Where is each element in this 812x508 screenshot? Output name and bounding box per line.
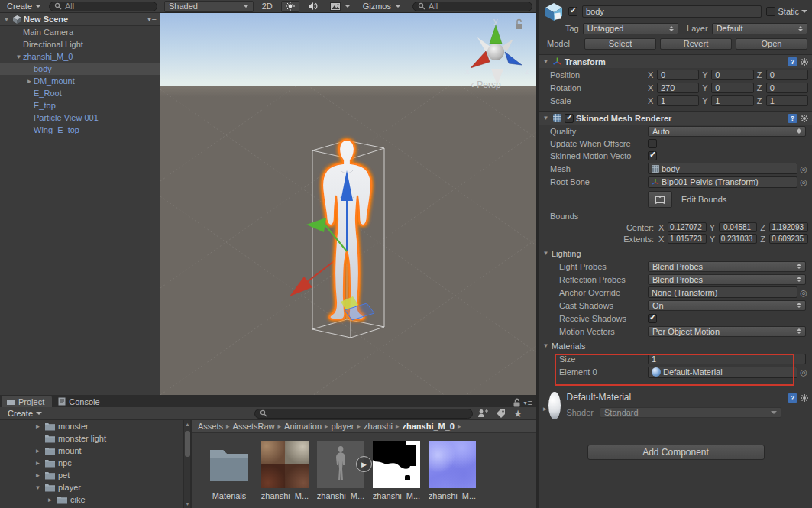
edit-bounds-button[interactable] — [648, 191, 672, 208]
receive-shadows-checkbox[interactable] — [648, 314, 657, 323]
folder-mount[interactable]: mount — [0, 445, 183, 457]
hierarchy-search-input[interactable]: All — [49, 2, 157, 11]
fold-open-icon[interactable] — [542, 250, 550, 257]
static-checkbox[interactable] — [766, 7, 775, 16]
lock-icon[interactable] — [513, 398, 521, 407]
breadcrumb-zhanshi-m-0[interactable]: zhanshi_M_0 — [403, 422, 455, 431]
hierarchy-item-zhanshi-m-0[interactable]: zhanshi_M_0 — [0, 50, 160, 63]
2d-toggle-button[interactable]: 2D — [258, 1, 277, 12]
scene-lighting-toggle[interactable] — [281, 1, 299, 12]
skinned-motion-vectors-checkbox[interactable] — [648, 151, 657, 160]
asset-materials-folder[interactable]: Materials — [202, 441, 256, 500]
material-preview-header[interactable]: Default-Material Shader Standard — [539, 387, 812, 422]
folder-cike[interactable]: cike — [0, 493, 183, 506]
object-picker-icon[interactable] — [799, 367, 808, 377]
rotation-y-field[interactable]: 0 — [711, 83, 753, 93]
skinned-mesh-renderer-header[interactable]: Skinned Mesh Renderer — [539, 111, 812, 125]
mesh-object-field[interactable]: body — [648, 163, 797, 174]
hierarchy-item-wing-e-top[interactable]: Wing_E_top — [0, 124, 160, 136]
gizmo-y-cone[interactable] — [490, 25, 502, 44]
hierarchy-item-e-top[interactable]: E_top — [0, 99, 160, 112]
extents-z-field[interactable]: 0.609235 — [769, 234, 808, 244]
materials-section-header[interactable]: Materials — [539, 339, 812, 352]
gizmos-dropdown[interactable]: Gizmos — [359, 1, 405, 12]
hierarchy-item-directional-light[interactable]: Directional Light — [0, 38, 160, 50]
component-enabled-checkbox[interactable] — [565, 114, 574, 123]
scale-x-field[interactable]: 1 — [657, 95, 699, 106]
tag-dropdown[interactable]: Untagged — [583, 23, 678, 34]
object-picker-icon[interactable] — [799, 176, 808, 187]
scene-audio-toggle[interactable] — [304, 1, 322, 12]
fold-open-icon[interactable] — [34, 484, 42, 491]
tab-project[interactable]: Project — [2, 396, 52, 407]
add-component-button[interactable]: Add Component — [587, 445, 765, 460]
root-bone-object-field[interactable]: Bip001 Pelvis (Transform) — [648, 176, 797, 188]
shader-dropdown[interactable]: Standard — [600, 407, 781, 418]
gameobject-name-field[interactable]: body — [582, 5, 762, 18]
gizmo-y-arrow[interactable] — [306, 218, 326, 232]
panel-menu-icon[interactable]: ▾≡ — [524, 398, 533, 407]
center-y-field[interactable]: -0.04581 — [719, 222, 758, 232]
folder-monster-light[interactable]: monster light — [0, 432, 183, 445]
folder-npc[interactable]: npc — [0, 457, 183, 469]
label-tag-icon[interactable] — [496, 409, 506, 419]
model-revert-button[interactable]: Revert — [660, 38, 732, 50]
extents-y-field[interactable]: 0.231033 — [719, 234, 758, 244]
scene-effects-dropdown[interactable] — [326, 1, 354, 12]
motion-vectors-dropdown[interactable]: Per Object Motion — [648, 326, 806, 337]
asset-model[interactable]: ▶ zhanshi_M... — [314, 441, 367, 500]
fold-closed-icon[interactable] — [34, 472, 42, 479]
static-toggle[interactable]: Static — [766, 7, 807, 16]
scrollbar-thumb[interactable] — [185, 431, 190, 457]
fold-closed-icon[interactable] — [25, 78, 34, 85]
cast-shadows-dropdown[interactable]: On — [648, 300, 806, 311]
help-icon[interactable] — [788, 57, 797, 66]
fold-open-icon[interactable] — [542, 58, 550, 65]
breadcrumb-zhanshi[interactable]: zhanshi — [364, 422, 393, 431]
center-x-field[interactable]: 0.127072 — [668, 222, 707, 232]
project-tree-scrollbar[interactable]: ▲ ▼ — [183, 420, 190, 508]
center-z-field[interactable]: 1.192093 — [769, 222, 808, 232]
fold-closed-icon[interactable] — [34, 423, 42, 430]
fold-closed-icon[interactable] — [34, 448, 42, 455]
fold-closed-icon[interactable] — [34, 460, 42, 467]
gear-icon[interactable] — [800, 57, 809, 66]
shading-mode-dropdown[interactable]: Shaded — [164, 1, 254, 12]
reflection-probes-dropdown[interactable]: Blend Probes — [648, 274, 806, 285]
update-when-offscreen-checkbox[interactable] — [648, 139, 657, 148]
quality-dropdown[interactable]: Auto — [648, 126, 806, 137]
hierarchy-item-e-root[interactable]: E_Root — [0, 87, 160, 99]
fold-open-icon[interactable] — [542, 342, 550, 349]
object-picker-icon[interactable] — [799, 163, 808, 174]
position-y-field[interactable]: 0 — [711, 70, 753, 80]
gizmo-z-cone[interactable] — [505, 52, 522, 65]
tab-console[interactable]: Console — [53, 396, 107, 407]
asset-normal-map[interactable]: zhanshi_M... — [425, 441, 479, 500]
asset-mask-texture[interactable]: zhanshi_M... — [370, 441, 423, 500]
object-picker-icon[interactable] — [799, 287, 808, 298]
position-x-field[interactable]: 0 — [657, 70, 699, 80]
scroll-down-arrow[interactable]: ▼ — [185, 501, 190, 506]
breadcrumb-assetsraw[interactable]: AssetsRaw — [233, 422, 275, 431]
hierarchy-item-particle-view-001[interactable]: Particle View 001 — [0, 112, 160, 124]
anchor-override-object-field[interactable]: None (Transform) — [648, 286, 797, 298]
project-search-input[interactable] — [254, 409, 473, 419]
gizmo-center-sphere[interactable] — [487, 44, 504, 60]
favorites-star-icon[interactable]: ★ — [513, 408, 522, 419]
help-icon[interactable] — [788, 114, 797, 123]
fold-closed-icon[interactable] — [541, 406, 549, 413]
breadcrumb-animation[interactable]: Animation — [284, 422, 322, 431]
scale-y-field[interactable]: 1 — [711, 95, 753, 106]
project-create-button[interactable]: Create — [3, 408, 47, 419]
breadcrumb-player[interactable]: player — [332, 422, 354, 431]
layer-dropdown[interactable]: Default — [712, 23, 807, 34]
asset-store-person-icon[interactable] — [477, 409, 488, 418]
extents-x-field[interactable]: 1.015723 — [668, 234, 707, 244]
lighting-section-header[interactable]: Lighting — [539, 247, 812, 260]
scene-search-input[interactable]: All — [412, 2, 532, 11]
panel-menu-icon[interactable]: ▾≡ — [148, 15, 157, 24]
model-select-button[interactable]: Select — [584, 38, 656, 50]
scroll-up-arrow[interactable]: ▲ — [185, 422, 190, 427]
gizmo-x-cone[interactable] — [471, 51, 490, 68]
scale-z-field[interactable]: 1 — [766, 95, 808, 106]
